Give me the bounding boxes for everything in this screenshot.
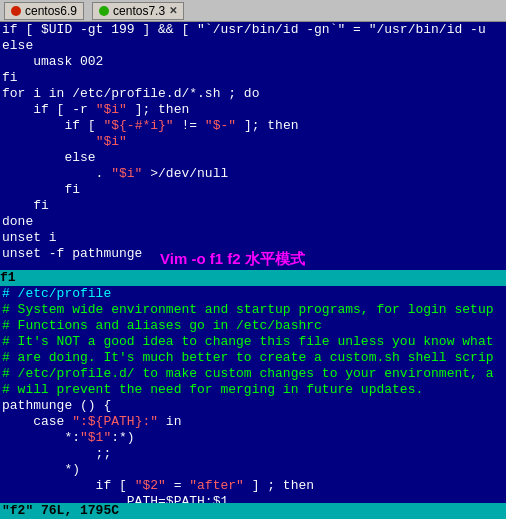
- code-line: if [ $UID -gt 199 ] && [ "`/usr/bin/id -…: [2, 22, 504, 38]
- code-line: # are doing. It's much better to create …: [2, 350, 504, 366]
- tab1-label: centos6.9: [25, 4, 77, 18]
- tab-dot-green: [99, 6, 109, 16]
- code-line: if [ "$2" = "after" ] ; then: [2, 478, 504, 494]
- tab-centos73[interactable]: centos7.3 ✕: [92, 2, 184, 20]
- code-line: if [ -r "$i" ]; then: [2, 102, 504, 118]
- pane-top: if [ $UID -gt 199 ] && [ "`/usr/bin/id -…: [0, 22, 506, 270]
- code-line: umask 002: [2, 54, 504, 70]
- title-bar: centos6.9 centos7.3 ✕: [0, 0, 506, 22]
- pane1-code: if [ $UID -gt 199 ] && [ "`/usr/bin/id -…: [0, 22, 506, 262]
- code-line: unset -f pathmunge: [2, 246, 504, 262]
- code-line: # It's NOT a good idea to change this fi…: [2, 334, 504, 350]
- pane2-code: # /etc/profile# System wide environment …: [0, 286, 506, 503]
- tab2-label: centos7.3: [113, 4, 165, 18]
- status-bar: "f2" 76L, 1795C: [0, 503, 506, 519]
- code-line: case ":${PATH}:" in: [2, 414, 504, 430]
- code-line: ;;: [2, 446, 504, 462]
- code-line: if [ "${-#*i}" != "$-" ]; then: [2, 118, 504, 134]
- code-line: . "$i" >/dev/null: [2, 166, 504, 182]
- code-line: else: [2, 150, 504, 166]
- split-divider: f1: [0, 270, 506, 286]
- code-line: fi: [2, 70, 504, 86]
- editor-container: if [ $UID -gt 199 ] && [ "`/usr/bin/id -…: [0, 22, 506, 519]
- code-line: *): [2, 462, 504, 478]
- code-line: # Functions and aliases go in /etc/bashr…: [2, 318, 504, 334]
- code-line: # will prevent the need for merging in f…: [2, 382, 504, 398]
- code-line: fi: [2, 198, 504, 214]
- code-line: fi: [2, 182, 504, 198]
- code-line: # System wide environment and startup pr…: [2, 302, 504, 318]
- code-line: PATH=$PATH:$1: [2, 494, 504, 503]
- code-line: for i in /etc/profile.d/*.sh ; do: [2, 86, 504, 102]
- code-line: pathmunge () {: [2, 398, 504, 414]
- code-line: else: [2, 38, 504, 54]
- code-line: unset i: [2, 230, 504, 246]
- code-line: # /etc/profile: [2, 286, 504, 302]
- tab-centos69[interactable]: centos6.9: [4, 2, 84, 20]
- code-line: "$i": [2, 134, 504, 150]
- code-line: done: [2, 214, 504, 230]
- pane-bottom: # /etc/profile# System wide environment …: [0, 286, 506, 503]
- code-line: *:"$1":*): [2, 430, 504, 446]
- code-line: # /etc/profile.d/ to make custom changes…: [2, 366, 504, 382]
- tab-dot-red: [11, 6, 21, 16]
- close-icon[interactable]: ✕: [169, 5, 177, 16]
